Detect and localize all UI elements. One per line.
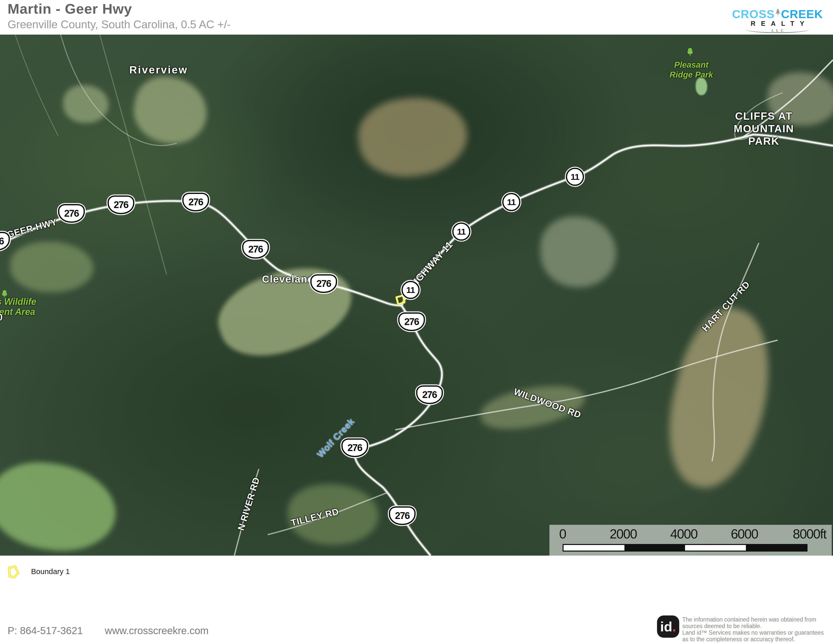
shield-number: 276 bbox=[248, 244, 262, 255]
shield-number: 276 bbox=[64, 208, 79, 219]
shield-number: 276 bbox=[347, 443, 362, 453]
boundary-swatch-icon bbox=[6, 564, 19, 579]
scale-tick: 4000 bbox=[670, 526, 697, 541]
shield-number: 11 bbox=[571, 172, 579, 182]
shield-number: 276 bbox=[317, 278, 331, 289]
place-label-cliffs-at-mountain-park: CLIFFS AT MOUNTAIN PARK bbox=[733, 110, 794, 148]
page-title: Martin - Geer Hwy bbox=[8, 0, 132, 17]
scale-segment bbox=[624, 545, 685, 551]
legend: Boundary 1 bbox=[0, 555, 833, 606]
page-subtitle: Greenville County, South Carolina, 0.5 A… bbox=[8, 18, 230, 31]
shield-number: 276 bbox=[0, 236, 4, 247]
scale-bar: 0 2000 4000 6000 8000ft bbox=[550, 525, 832, 555]
sc-11-shield: 11 bbox=[402, 281, 420, 299]
land-id-logo-dot: . bbox=[672, 619, 676, 634]
partial-label-zero: 0 bbox=[0, 312, 3, 323]
road-highway-11 bbox=[402, 135, 833, 306]
land-id-logo-text: id bbox=[660, 619, 672, 634]
scale-segment bbox=[746, 545, 807, 551]
place-label-cleveland: Cleveland bbox=[262, 274, 314, 285]
sc-11-shield: 11 bbox=[566, 168, 584, 186]
cross-creek-realty-logo: CROSS CREEK REALTY LLC bbox=[732, 2, 823, 34]
header: Martin - Geer Hwy Greenville County, Sou… bbox=[0, 0, 833, 35]
shield-number: 11 bbox=[457, 227, 466, 237]
shield-number: 11 bbox=[507, 197, 516, 207]
road-highway-11 bbox=[402, 135, 833, 306]
logo-word-cross: CROSS bbox=[732, 7, 775, 21]
scale-segment bbox=[685, 545, 746, 551]
scale-segment bbox=[564, 545, 624, 551]
scale-tick: 8000ft bbox=[793, 526, 827, 541]
disclaimer-text: The information contained herein was obt… bbox=[682, 616, 833, 642]
map-export-page: Martin - Geer Hwy Greenville County, Sou… bbox=[0, 0, 833, 644]
sc-11-shield: 11 bbox=[502, 193, 520, 211]
logo-word-creek: CREEK bbox=[781, 7, 823, 21]
wildlife-area-label-line2: ment Area bbox=[0, 307, 35, 317]
shield-number: 276 bbox=[188, 197, 203, 208]
shield-number: 276 bbox=[114, 200, 128, 210]
shield-number: 276 bbox=[404, 316, 419, 327]
map-canvas: Riverview Cleveland CLIFFS AT MOUNTAIN P… bbox=[0, 35, 833, 555]
scale-tick: 0 bbox=[559, 526, 566, 541]
shield-number: 276 bbox=[422, 390, 437, 400]
road-wildwood bbox=[395, 340, 778, 430]
shield-number: 276 bbox=[395, 510, 409, 521]
legend-item-boundary-1: Boundary 1 bbox=[6, 564, 70, 579]
pine-tree-icon bbox=[775, 3, 780, 22]
scale-tick: 6000 bbox=[731, 526, 758, 541]
road-hart-cut bbox=[712, 243, 759, 461]
minor-road bbox=[61, 35, 177, 145]
scale-tick: 2000 bbox=[609, 526, 637, 541]
park-tree-icon bbox=[687, 48, 694, 56]
footer-phone: P: 864-517-3621 bbox=[8, 625, 83, 636]
sc-11-shield: 11 bbox=[452, 222, 470, 241]
place-label-pleasant-ridge-park: Pleasant Ridge Park bbox=[670, 60, 713, 80]
land-id-logo: id. bbox=[657, 615, 679, 638]
footer-website: www.crosscreekre.com bbox=[105, 625, 209, 636]
place-label-riverview: Riverview bbox=[129, 64, 188, 76]
logo-llc-text: LLC bbox=[769, 29, 786, 33]
wildlife-area-label-line1: es Wildlife bbox=[0, 296, 36, 307]
minor-road bbox=[15, 35, 58, 135]
shield-number: 11 bbox=[406, 285, 415, 295]
scale-bar-segments bbox=[563, 544, 807, 552]
legend-item-label: Boundary 1 bbox=[31, 567, 70, 576]
